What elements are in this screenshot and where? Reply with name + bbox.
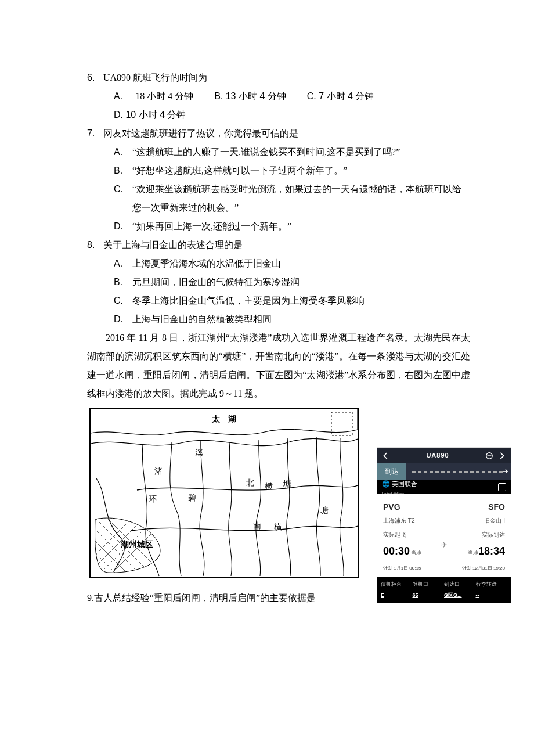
dep-time: 00:30 [383,545,410,557]
q6-stem: UA890 航班飞行的时间为 [103,69,207,87]
dep-plan: 计划 1月1日 00:15 [383,564,421,573]
map-label-huan: 环 [149,495,157,503]
q6-option-a: A. 18 小时 4 分钟 [114,87,193,106]
svg-line-3 [91,502,195,577]
bot-label-2: 到达口 [444,579,476,589]
flight-title: UA890 [395,449,481,462]
q7-option-a: A. “这趟航班上的人赚了一天,谁说金钱买不到时间,这不是买到了吗?” [114,143,470,161]
bot-label-0: 值机柜台 [381,579,413,589]
q6-number: 6. [87,69,103,87]
progress-bar: ➔ [406,463,511,480]
q8-number: 8. [87,236,103,254]
q8-stem: 关于上海与旧金山的表述合理的是 [103,236,243,254]
q7-stem: 网友对这趟航班进行了热议，你觉得最可信的是 [103,124,298,143]
svg-line-1 [91,525,172,577]
flight-card: UA890 到达 ➔ 🌐 美国联合 United Airlines [377,448,511,603]
map-label-tang1: 塘 [283,480,291,488]
dep-actual-label: 实际起飞 [383,529,421,541]
q6-option-b: B. 13 小时 4 分钟 [214,87,286,106]
dep-name: 上海浦东 T2 [383,515,414,527]
q7-option-d: D. “如果再回上海一次,还能过一个新年。” [114,217,470,236]
q6-options: A. 18 小时 4 分钟 B. 13 小时 4 分钟 C. 7 小时 4 分钟… [114,87,470,124]
map-label-nan: 南 [253,521,261,530]
bot-label-1: 登机口 [413,579,445,589]
minus-icon[interactable] [485,451,493,459]
dep-code: PVG [383,499,414,515]
arrow-icon: ➔ [502,464,508,479]
q7-number: 7. [87,124,103,143]
map-label-xi: 溪 [195,448,203,457]
map-label-city: 湖州城区 [120,540,153,549]
map-label-heng1: 横 [265,482,273,491]
map-label-tang2: 塘 [320,506,329,515]
arr-name: 旧金山 I [484,515,505,527]
map-label-bei: 北 [246,478,254,487]
bot-val-3: -- [476,590,508,600]
share-icon[interactable] [498,451,506,459]
svg-line-6 [91,490,172,577]
info-icon[interactable] [498,483,506,491]
q7-option-c: C. “欢迎乘坐该趟航班去感受时光倒流，如果过去的一天有遗憾的话，本航班可以给您… [114,180,470,217]
q6-option-d: D. 10 小时 4 分钟 [114,106,186,124]
q8-option-c: C. 冬季上海比旧金山气温低，主要是因为上海受冬季风影响 [114,291,470,310]
q8-option-d: D. 上海与旧金山的自然植被类型相同 [114,310,470,329]
map-label-heng2: 横 [274,523,282,531]
back-icon[interactable] [382,451,390,459]
arr-time: 18:34 [478,545,505,557]
q6-option-c: C. 7 小时 4 分钟 [307,87,374,106]
bot-val-1: 65 [413,590,445,600]
map-label-bi: 碧 [188,494,196,502]
airline-brand: 🌐 美国联合 United Airlines [382,477,417,497]
arr-actual-label: 实际到达 [467,529,505,541]
arr-code: SFO [484,499,505,515]
bot-val-0: E [381,590,413,600]
arr-plan: 计划 12月31日 19:20 [462,564,505,573]
bot-label-3: 行李转盘 [476,579,508,589]
plane-icon: ✈ [441,538,448,553]
map-label-zhu: 渚 [154,467,163,476]
map-figure: 太 湖 溪 渚 环 碧 北 横 塘 南 横 塘 湖州城区 [89,408,359,578]
svg-line-7 [91,490,183,577]
bot-val-2: G区G... [444,590,476,600]
q7-option-b: B. “好想坐这趟航班,这样就可以一下子过两个新年了。” [114,161,470,180]
q8-option-a: A. 上海夏季沿海水域的水温低于旧金山 [114,254,470,273]
map-label-taihu: 太 湖 [211,415,236,423]
passage-text: 2016 年 11 月 8 日，浙江湖州“太湖溇港”成功入选世界灌溉工程遗产名录… [87,329,470,403]
q8-option-b: B. 元旦期间，旧金山的气候特征为寒冷湿润 [114,273,470,291]
